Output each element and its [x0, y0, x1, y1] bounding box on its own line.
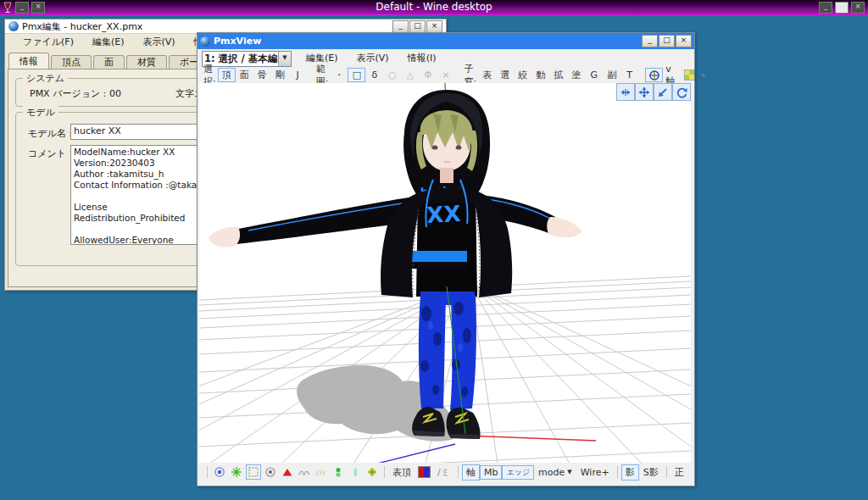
toolbar-overflow-chevron[interactable]: » — [700, 70, 705, 80]
olive-flower-icon[interactable] — [364, 464, 380, 480]
display-radio-blue-icon[interactable] — [212, 464, 227, 480]
desktop-minimize-button[interactable]: _ — [15, 2, 29, 14]
tab-info[interactable]: 情報 — [8, 53, 49, 70]
chevron-down-icon[interactable]: ▼ — [278, 52, 291, 66]
faint-orange-icon[interactable] — [314, 464, 329, 480]
mode-dropdown[interactable]: mode ▼ — [534, 465, 576, 480]
axis-toggle-button[interactable]: 軸 — [462, 464, 480, 481]
rotate-icon — [675, 86, 688, 98]
pan-cross-icon — [637, 86, 651, 98]
chevron-down-icon: ▼ — [567, 469, 571, 475]
pmxview-menubar: 1: 選択 / 基本編 ▼ 編集(E) 表示(V) 情報(I) — [198, 49, 694, 67]
pmx-version-label: PMX バージョン : 00 — [30, 87, 121, 100]
subwin-t-button[interactable]: T — [620, 68, 638, 82]
range-circle-button[interactable]: ○ — [383, 68, 401, 82]
dashed-square-icon[interactable] — [246, 464, 261, 480]
mode-dropdown-label: mode — [538, 467, 565, 478]
select-vertex-button[interactable]: 頂 — [218, 68, 236, 82]
subwin-motion-button[interactable]: 動 — [531, 68, 549, 82]
select-bone-button[interactable]: 骨 — [253, 68, 271, 82]
vertex-color-swatch[interactable] — [418, 466, 431, 478]
mb-toggle-button[interactable]: Mb — [480, 465, 502, 480]
slash-mi-button[interactable]: /ミ — [433, 464, 454, 481]
rotate-button[interactable] — [672, 83, 691, 101]
red-triangle-icon[interactable] — [280, 464, 295, 480]
menu-file[interactable]: ファイル(F) — [14, 34, 83, 50]
pv-menu-info[interactable]: 情報(I) — [398, 50, 446, 66]
axis-z-blue — [377, 444, 455, 463]
subwin-sub-button[interactable]: 副 — [603, 68, 620, 82]
pmxview-minimize-button[interactable]: _ — [642, 35, 658, 47]
tab-face[interactable]: 面 — [93, 55, 125, 69]
desktop-close-button-right[interactable]: × — [851, 2, 865, 14]
viewport-3d[interactable]: hucker XX — [199, 83, 691, 463]
front-view-button[interactable]: 正 — [670, 464, 688, 481]
separator — [666, 466, 667, 478]
tab-material[interactable]: 材質 — [126, 55, 167, 69]
self-shadow-button[interactable]: S影 — [639, 464, 663, 481]
range-dot-button[interactable]: ・ — [330, 68, 348, 82]
pmx-app-icon — [8, 21, 19, 31]
mint-bar-icon[interactable] — [348, 464, 363, 480]
subwin-select-button[interactable]: 選 — [496, 68, 514, 82]
desktop-restore-button[interactable]: × — [31, 2, 45, 14]
pmx-close-button[interactable]: × — [426, 20, 442, 33]
desktop-title: Default - Wine desktop — [0, 0, 868, 14]
separator — [384, 466, 385, 478]
pmxview-close-button[interactable]: × — [676, 35, 692, 47]
zoom-button[interactable] — [654, 83, 672, 101]
select-joint-button[interactable]: J — [289, 68, 307, 82]
target-crosshair-icon — [648, 69, 660, 81]
range-box-button[interactable]: □ — [348, 68, 365, 82]
menu-edit[interactable]: 編集(E) — [83, 34, 134, 50]
v-axis-button[interactable]: v軸 — [663, 68, 681, 82]
green-capsule-icon[interactable] — [331, 464, 346, 480]
range-triangle-button[interactable]: △ — [401, 68, 419, 82]
tab-vertex[interactable]: 頂点 — [51, 55, 92, 69]
color-grid-icon — [684, 69, 695, 81]
subwin-paint-button[interactable]: 塗 — [567, 68, 585, 82]
green-burst-icon[interactable] — [229, 464, 244, 480]
desktop-maximize-button-right[interactable] — [835, 2, 849, 14]
zoom-arrow-icon — [656, 86, 670, 98]
wine-logo-icon — [3, 2, 13, 14]
range-phi-button[interactable]: Φ — [419, 68, 437, 82]
pmxview-titlebar[interactable]: PmxView _ □ × — [198, 33, 694, 49]
gizmo-target-button[interactable] — [645, 68, 663, 82]
pmxview-window: PmxView _ □ × 1: 選択 / 基本編 ▼ 編集(E) 表示(V) … — [197, 32, 695, 486]
display-radio-gray-icon[interactable] — [263, 464, 278, 480]
range-delta-button[interactable]: δ — [365, 68, 383, 82]
subwin-table-button[interactable]: 表 — [478, 68, 496, 82]
system-group-label: システム — [23, 72, 68, 85]
pan-horizontal-button[interactable] — [616, 83, 635, 101]
pmxview-bottom-toolbar: 表頂 /ミ 軸 Mb エッジ mode ▼ Wire+ 影 S影 正 — [199, 463, 691, 481]
pan-horizontal-icon — [619, 86, 632, 98]
subwin-filter-button[interactable]: 絞 — [514, 68, 531, 82]
camera-nav-buttons — [616, 83, 691, 101]
desktop-minimize-button-right[interactable]: _ — [819, 2, 832, 14]
pmx-edit-title: Pmx編集 - hucker_XX.pmx — [22, 20, 142, 33]
pmxview-maximize-button[interactable]: □ — [659, 35, 675, 47]
subwin-g-button[interactable]: G — [585, 68, 603, 82]
gray-script-icon[interactable] — [297, 464, 312, 480]
pmx-minimize-button[interactable]: _ — [392, 20, 409, 33]
pmxview-app-icon — [200, 36, 210, 47]
menu-view[interactable]: 表示(V) — [134, 34, 185, 50]
select-rigid-button[interactable]: 剛 — [271, 68, 289, 82]
grid-color-button[interactable] — [681, 68, 698, 82]
pan-button[interactable] — [635, 83, 654, 101]
separator — [207, 466, 208, 478]
pmxview-title: PmxView — [214, 36, 261, 47]
wire-button[interactable]: Wire+ — [576, 465, 614, 480]
axis-x-red — [465, 436, 596, 441]
pv-menu-view[interactable]: 表示(V) — [348, 50, 398, 66]
range-x-button[interactable]: × — [437, 68, 454, 82]
shadow-toggle-button[interactable]: 影 — [621, 464, 639, 481]
show-vertex-button[interactable]: 表頂 — [388, 464, 415, 481]
edge-toggle-button[interactable]: エッジ — [502, 465, 534, 480]
wine-desktop-titlebar: _ × Default - Wine desktop _ × — [0, 0, 868, 15]
select-face-button[interactable]: 面 — [236, 68, 253, 82]
subwin-expand-button[interactable]: 拡 — [549, 68, 567, 82]
pmx-maximize-button[interactable]: □ — [409, 20, 426, 33]
viewport-scene: hucker XX — [199, 83, 691, 463]
